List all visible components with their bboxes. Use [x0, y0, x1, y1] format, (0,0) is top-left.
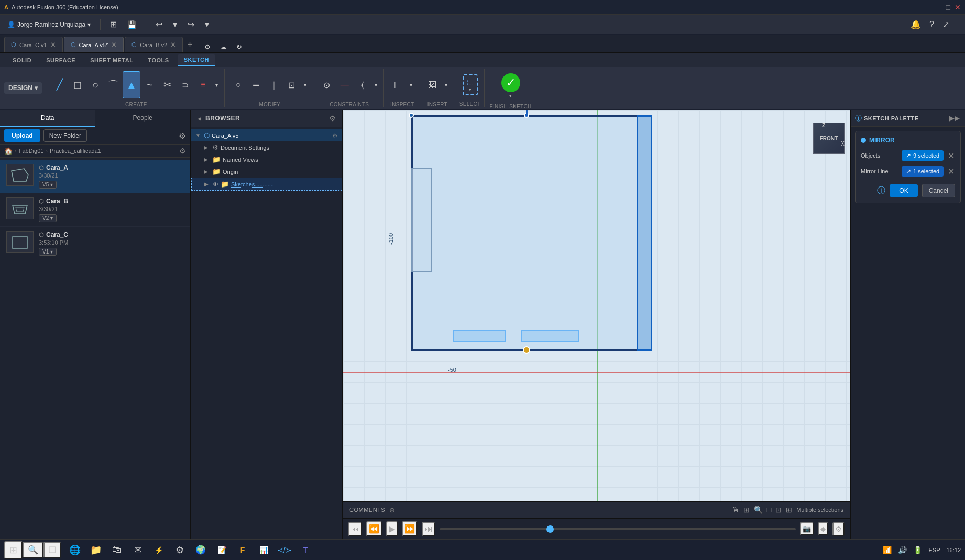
close-btn[interactable]: ✕	[955, 3, 961, 12]
mirror-objects-badge[interactable]: ↗ 9 selected	[902, 150, 944, 161]
select-group-box[interactable]: ⬚ ▾	[463, 74, 478, 95]
undo-btn[interactable]: ↩	[152, 18, 166, 31]
constraint-btn2[interactable]: —	[336, 71, 353, 98]
new-folder-btn[interactable]: New Folder	[43, 129, 87, 142]
constraint-btn1[interactable]: ⊙	[319, 71, 335, 98]
ribbon-tab-solid[interactable]: SOLID	[6, 55, 38, 65]
canvas-view-btn6[interactable]: ⊞	[786, 506, 792, 514]
trim-tool-btn[interactable]: ✂	[159, 71, 176, 98]
ribbon-tab-tools[interactable]: TOOLS	[141, 55, 175, 65]
timeline-slider[interactable]	[440, 528, 796, 530]
undo-arrow-btn[interactable]: ▾	[170, 18, 180, 31]
expand-btn[interactable]: ⤢	[939, 18, 952, 31]
playback-marker-btn[interactable]: ◆	[818, 522, 828, 535]
modify-btn2[interactable]: ═	[248, 71, 265, 98]
polygon-tool-btn[interactable]: ▲	[123, 71, 140, 98]
canvas-view-btn1[interactable]: 🖱	[732, 506, 739, 514]
taskbar-fusion-btn[interactable]: F	[233, 541, 252, 559]
comments-expand-btn[interactable]: ⊕	[389, 506, 395, 514]
modify-btn4[interactable]: ⊡	[283, 71, 300, 98]
tab-sync-btn[interactable]: ↻	[233, 41, 245, 52]
taskbar-volume-icon[interactable]: 🔊	[898, 546, 907, 554]
tree-root[interactable]: ▼ ⬡ Cara_A v5 ⚙	[191, 129, 342, 141]
modify-more-btn[interactable]: ▾	[301, 71, 310, 98]
playback-play-btn[interactable]: ▶	[386, 521, 398, 536]
people-tab[interactable]: People	[95, 110, 191, 127]
file-item-cara-b[interactable]: ⬡ Cara_B 3/30/21 V2 ▾	[0, 193, 190, 227]
mirror-line-clear-btn[interactable]: ✕	[948, 167, 955, 177]
mirror-info-icon[interactable]: ⓘ	[877, 185, 885, 196]
user-menu[interactable]: 👤 Jorge Ramirez Urquiaga ▾	[4, 20, 94, 29]
tree-root-settings-icon[interactable]: ⚙	[332, 132, 338, 139]
playback-start-btn[interactable]: ⏮	[348, 522, 362, 536]
taskbar-mail-btn[interactable]: ✉	[128, 541, 147, 559]
canvas-view-btn5[interactable]: ⊡	[775, 506, 782, 514]
version-badge-cara-b[interactable]: V2 ▾	[39, 214, 57, 222]
canvas-view-btn3[interactable]: 🔍	[754, 506, 763, 514]
playback-camera-btn[interactable]: 📷	[800, 522, 814, 535]
spline-tool-btn[interactable]: ~	[141, 71, 158, 98]
timeline-thumb[interactable]	[546, 525, 554, 533]
panel-settings-btn[interactable]: ⚙	[179, 131, 186, 141]
taskbar-vscode-btn[interactable]: ≺/≻	[275, 541, 294, 559]
tree-origin[interactable]: ▶ 📁 Origin	[191, 166, 342, 178]
notification-btn[interactable]: 🔔	[907, 18, 924, 31]
playback-settings-btn[interactable]: ⚙	[832, 522, 845, 536]
tab-cara-c-close[interactable]: ✕	[50, 41, 56, 49]
tab-cara-a-close[interactable]: ✕	[111, 41, 117, 49]
inspect-btn1[interactable]: ⊢	[389, 71, 406, 98]
constraint-more-btn[interactable]: ▾	[372, 71, 380, 98]
start-btn[interactable]: ⊞	[4, 541, 23, 559]
mirror-line-badge[interactable]: ↗ 1 selected	[902, 166, 944, 177]
taskbar-explorer-btn[interactable]: 📁	[86, 541, 105, 559]
taskbar-edge-btn[interactable]: 🌐	[65, 541, 84, 559]
insert-btn1[interactable]: 🖼	[424, 71, 441, 98]
nav-cube-front-face[interactable]: FRONT	[813, 123, 845, 154]
ribbon-tab-sketch[interactable]: SKETCH	[178, 54, 215, 66]
tree-sketches[interactable]: ▶ 👁 📁 Sketches............	[191, 178, 342, 191]
browser-expand-btn[interactable]: ⚙	[328, 113, 337, 124]
taskbar-app5-btn[interactable]: ⚡	[149, 541, 168, 559]
mirror-cancel-btn[interactable]: Cancel	[922, 184, 955, 197]
taskbar-app10-btn[interactable]: 📊	[254, 541, 273, 559]
inspect-more-btn[interactable]: ▾	[407, 71, 415, 98]
version-badge-cara-c[interactable]: V1 ▾	[39, 248, 57, 256]
task-view-btn[interactable]: ❑	[43, 542, 61, 558]
data-tab[interactable]: Data	[0, 110, 95, 127]
tree-sketches-arrow[interactable]: ▶	[204, 181, 211, 187]
canvas-view-btn4[interactable]: □	[767, 506, 771, 514]
taskbar-store-btn[interactable]: 🛍	[107, 541, 126, 559]
playback-prev-btn[interactable]: ⏪	[366, 521, 382, 536]
taskbar-chrome-btn[interactable]: 🌍	[191, 541, 210, 559]
playback-next-btn[interactable]: ⏩	[402, 521, 418, 536]
tree-origin-arrow[interactable]: ▶	[204, 169, 210, 174]
breadcrumb-practica[interactable]: Practica_calificada1	[50, 148, 101, 154]
taskbar-settings-btn[interactable]: ⚙	[170, 541, 189, 559]
taskbar-time[interactable]: 16:12	[946, 547, 961, 553]
redo-btn[interactable]: ↪	[184, 18, 198, 31]
save-btn[interactable]: 💾	[124, 19, 139, 30]
tree-sketches-vis-icon[interactable]: 👁	[213, 181, 218, 188]
taskbar-battery-icon[interactable]: 🔋	[913, 546, 922, 554]
playback-end-btn[interactable]: ⏭	[422, 522, 435, 536]
circle-tool-btn[interactable]: ○	[87, 71, 104, 98]
design-dropdown[interactable]: DESIGN ▾	[4, 82, 42, 94]
tree-document-settings[interactable]: ▶ ⚙ Document Settings	[191, 141, 342, 153]
tab-cara-b[interactable]: ⬡ Cara_B v2 ✕	[125, 37, 183, 52]
breadcrumb-fabdig[interactable]: FabDig01	[19, 148, 44, 154]
tree-named-views[interactable]: ▶ 📁 Named Views	[191, 153, 342, 166]
line-tool-btn[interactable]: ╱	[51, 71, 68, 98]
taskbar-app8-btn[interactable]: 📝	[212, 541, 231, 559]
browser-collapse-btn[interactable]: ◂	[196, 113, 202, 124]
redo-arrow-btn[interactable]: ▾	[202, 18, 212, 31]
breadcrumb-home-btn[interactable]: 🏠	[4, 147, 13, 155]
tab-settings-btn[interactable]: ⚙	[201, 41, 214, 52]
grid-view-btn[interactable]: ⊞	[107, 18, 120, 31]
tree-root-arrow[interactable]: ▼	[195, 133, 202, 138]
insert-more-btn[interactable]: ▾	[442, 71, 451, 98]
rectangle-tool-btn[interactable]: □	[69, 71, 86, 98]
tree-views-arrow[interactable]: ▶	[204, 157, 210, 162]
finish-sketch-btn[interactable]: ✓ ▾	[496, 71, 525, 101]
ribbon-tab-sheetmetal[interactable]: SHEET METAL	[84, 55, 139, 65]
tree-doc-arrow[interactable]: ▶	[204, 145, 210, 150]
